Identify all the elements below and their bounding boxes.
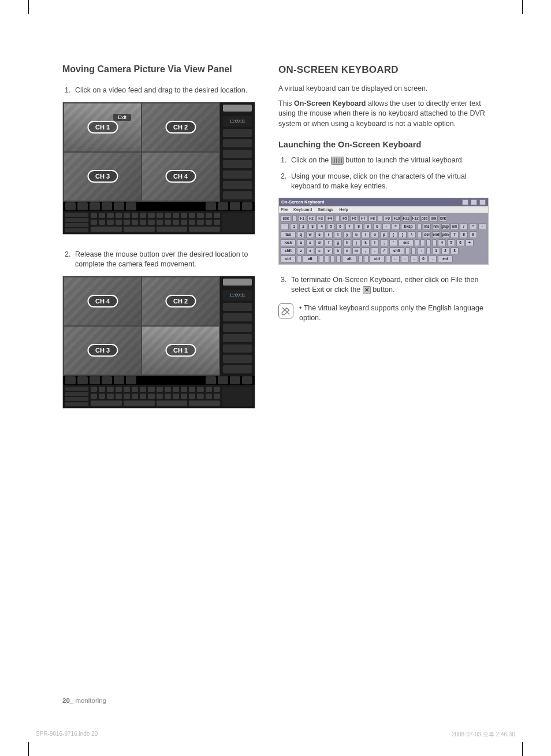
osk-key[interactable]: 7 <box>451 231 459 238</box>
osk-key[interactable]: ; <box>380 239 388 246</box>
osk-key[interactable]: c <box>315 247 323 254</box>
osk-key[interactable]: = <box>392 223 400 230</box>
osk-key[interactable] <box>426 239 431 246</box>
osk-key[interactable]: x <box>306 247 314 254</box>
osk-key[interactable]: g <box>334 239 342 246</box>
osk-menu-help[interactable]: Help <box>339 207 348 212</box>
osk-key[interactable]: m <box>352 247 360 254</box>
osk-key[interactable]: pup <box>441 223 449 230</box>
osk-key[interactable] <box>325 255 329 262</box>
osk-key[interactable]: esc <box>281 215 291 222</box>
osk-key[interactable]: F6 <box>350 215 358 222</box>
osk-key[interactable] <box>335 215 340 222</box>
osk-key[interactable]: \ <box>408 231 416 238</box>
osk-key[interactable] <box>292 215 297 222</box>
osk-key[interactable]: r <box>325 231 333 238</box>
osk-key[interactable]: s <box>306 239 314 246</box>
osk-key[interactable]: u <box>352 231 360 238</box>
osk-key[interactable]: 1 <box>290 223 298 230</box>
osk-key[interactable]: f <box>325 239 333 246</box>
osk-key[interactable]: brk <box>439 215 447 222</box>
osk-key[interactable]: t <box>334 231 342 238</box>
osk-key[interactable]: w <box>306 231 314 238</box>
osk-key[interactable]: F3 <box>317 215 325 222</box>
osk-key[interactable]: z <box>297 247 305 254</box>
osk-key[interactable]: F12 <box>411 215 419 222</box>
osk-key[interactable] <box>432 239 437 246</box>
osk-key[interactable]: F4 <box>326 215 334 222</box>
osk-key[interactable]: q <box>297 231 305 238</box>
osk-key[interactable] <box>417 231 422 238</box>
osk-key[interactable]: end <box>432 231 440 238</box>
osk-key[interactable] <box>378 215 382 222</box>
osk-key[interactable]: / <box>460 223 468 230</box>
minimize-button[interactable] <box>462 199 468 205</box>
osk-key[interactable] <box>415 239 419 246</box>
osk-key[interactable]: psc <box>420 215 429 222</box>
osk-key[interactable]: ← <box>392 255 400 262</box>
osk-key[interactable]: e <box>315 231 323 238</box>
osk-key[interactable]: 0 <box>373 223 381 230</box>
osk-key[interactable]: 9 <box>469 231 477 238</box>
osk-key[interactable]: bksp <box>401 223 416 230</box>
osk-key[interactable]: lock <box>281 239 296 246</box>
osk-key[interactable]: ` <box>281 223 289 230</box>
osk-key[interactable]: o <box>371 231 379 238</box>
osk-key[interactable]: pdn <box>441 231 449 238</box>
osk-key[interactable]: 3 <box>451 247 459 254</box>
osk-key[interactable]: l <box>371 239 379 246</box>
osk-key[interactable]: 2 <box>299 223 307 230</box>
osk-key[interactable] <box>411 247 416 254</box>
osk-key[interactable]: n <box>343 247 351 254</box>
osk-key[interactable]: alt <box>303 255 318 262</box>
close-button[interactable] <box>479 199 486 205</box>
osk-key[interactable]: nlk <box>451 223 459 230</box>
osk-key[interactable]: tab <box>281 231 296 238</box>
osk-key[interactable]: * <box>469 223 477 230</box>
maximize-button[interactable] <box>471 199 477 205</box>
osk-key[interactable]: v <box>325 247 333 254</box>
osk-key[interactable]: - <box>382 223 390 230</box>
osk-key[interactable]: 6 <box>456 239 464 246</box>
osk-key[interactable]: y <box>343 231 351 238</box>
osk-key[interactable]: alt <box>342 255 357 262</box>
osk-key[interactable]: j <box>352 239 360 246</box>
osk-key[interactable]: F5 <box>341 215 349 222</box>
osk-key[interactable]: 5 <box>327 223 335 230</box>
osk-key[interactable] <box>426 247 431 254</box>
osk-key[interactable]: / <box>380 247 388 254</box>
osk-menu-file[interactable]: File <box>281 207 288 212</box>
osk-key[interactable]: F8 <box>368 215 377 222</box>
osk-key[interactable]: k <box>362 239 370 246</box>
osk-key[interactable]: del <box>423 231 431 238</box>
osk-key[interactable]: i <box>362 231 370 238</box>
osk-key[interactable]: ' <box>389 239 397 246</box>
osk-key[interactable]: 4 <box>438 239 446 246</box>
osk-key[interactable]: F7 <box>359 215 367 222</box>
osk-key[interactable]: hm <box>432 223 440 230</box>
osk-key[interactable]: F9 <box>384 215 392 222</box>
osk-key[interactable]: b <box>334 247 342 254</box>
osk-key[interactable]: ent <box>438 255 453 262</box>
osk-key[interactable]: + <box>466 239 474 246</box>
osk-key[interactable] <box>417 223 422 230</box>
osk-key[interactable]: F10 <box>393 215 401 222</box>
osk-key[interactable]: a <box>297 239 305 246</box>
osk-key[interactable]: shft <box>281 247 296 254</box>
osk-key[interactable]: 6 <box>336 223 344 230</box>
osk-key[interactable]: 7 <box>345 223 353 230</box>
osk-key[interactable]: d <box>315 239 323 246</box>
osk-key[interactable]: F1 <box>298 215 306 222</box>
osk-key[interactable]: ] <box>399 231 407 238</box>
osk-key[interactable] <box>405 247 410 254</box>
osk-key[interactable] <box>330 255 335 262</box>
osk-key[interactable]: slk <box>430 215 438 222</box>
osk-key[interactable] <box>364 255 368 262</box>
osk-key[interactable]: 1 <box>432 247 440 254</box>
osk-key[interactable]: h <box>343 239 351 246</box>
osk-key[interactable]: p <box>380 231 388 238</box>
osk-key[interactable]: 8 <box>355 223 363 230</box>
osk-key[interactable] <box>420 239 425 246</box>
osk-menu-settings[interactable]: Settings <box>318 207 333 212</box>
osk-key[interactable]: . <box>429 255 437 262</box>
